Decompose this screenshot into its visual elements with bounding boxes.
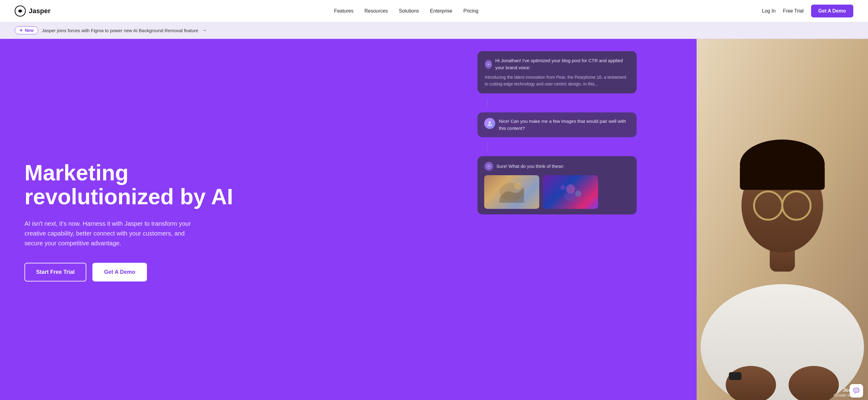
landscape-svg (498, 181, 526, 203)
logo-icon (15, 5, 26, 17)
chat-bubble-2-text: Nice! Can you make me a few images that … (499, 118, 630, 132)
jasper-ai-icon (485, 60, 492, 69)
svg-rect-6 (740, 165, 825, 190)
new-badge-label: New (25, 28, 34, 33)
chat-widget[interactable] (850, 384, 863, 398)
nav-enterprise[interactable]: Enterprise (430, 8, 452, 14)
svg-point-15 (489, 121, 491, 124)
chat-bubble-3: Sure! What do you think of these: (477, 156, 637, 215)
announcement-bar[interactable]: ✦ New Jasper joins forces with Figma to … (0, 22, 868, 39)
chat-bubble-3-text: Sure! What do you think of these: (496, 163, 564, 170)
logo[interactable]: Jasper (15, 5, 51, 17)
login-link[interactable]: Log In (762, 8, 776, 14)
generated-image-2 (543, 175, 598, 209)
chat-bubble-1-text: Hi Jonathan! I've optimized your blog po… (495, 57, 629, 71)
hero-buttons: Start Free Trial Get A Demo (25, 263, 463, 282)
chat-bubble-2: Nice! Can you make me a few images that … (477, 112, 637, 137)
jasper-icon-svg-2 (486, 164, 491, 169)
nav-resources[interactable]: Resources (365, 8, 388, 14)
connector-line-2 (487, 142, 488, 151)
chat-image-row (484, 175, 630, 209)
nav-actions: Log In Free Trial Get A Demo (762, 5, 853, 18)
get-demo-hero-button[interactable]: Get A Demo (92, 263, 147, 282)
svg-point-22 (564, 192, 577, 201)
hero-right: Jonath... Growth Marketer (477, 39, 868, 400)
generated-image-1 (484, 175, 539, 209)
chat-container: Hi Jonathan! I've optimized your blog po… (477, 51, 637, 215)
chat-widget-icon (853, 388, 860, 394)
nav-links: Features Resources Solutions Enterprise … (334, 8, 478, 14)
chat-bubble-3-header: Sure! What do you think of these: (484, 162, 630, 171)
neon-svg (557, 181, 584, 203)
svg-rect-13 (854, 388, 859, 392)
nav-features[interactable]: Features (334, 8, 353, 14)
chat-bubble-1-body: Introducing the latest innovation from P… (485, 74, 629, 87)
hero-subtitle: AI isn't next, it's now. Harness it with… (25, 219, 196, 248)
start-free-trial-button[interactable]: Start Free Trial (25, 263, 86, 282)
generated-image-2-bg (543, 175, 598, 209)
svg-point-23 (560, 185, 565, 190)
freetrial-link[interactable]: Free Trial (783, 8, 804, 14)
new-badge: ✦ New (15, 26, 38, 34)
navbar: Jasper Features Resources Solutions Ente… (0, 0, 868, 22)
connector-line (487, 98, 488, 108)
person-photo: Jonath... Growth Marketer (696, 39, 868, 400)
hero-left: Marketing revolutionized by AI AI isn't … (0, 39, 477, 400)
chat-bubble-1-header: Hi Jonathan! I've optimized your blog po… (485, 57, 629, 71)
get-demo-button[interactable]: Get A Demo (811, 5, 853, 18)
svg-point-19 (514, 182, 522, 190)
avatar-icon (487, 120, 493, 126)
svg-rect-12 (729, 372, 741, 380)
generated-image-1-bg (484, 175, 539, 209)
person-svg (696, 39, 868, 400)
nav-pricing[interactable]: Pricing (463, 8, 478, 14)
hero-title: Marketing revolutionized by AI (25, 161, 463, 209)
jasper-icon-svg (486, 62, 491, 67)
jasper-ai-icon-2 (484, 162, 493, 171)
sparkle-icon: ✦ (19, 28, 23, 33)
logo-text: Jasper (29, 7, 51, 15)
nav-solutions[interactable]: Solutions (399, 8, 419, 14)
hero-section: Marketing revolutionized by AI AI isn't … (0, 39, 868, 400)
chat-bubble-1: Hi Jonathan! I've optimized your blog po… (477, 51, 637, 93)
announcement-arrow: → (202, 28, 207, 33)
svg-point-24 (575, 191, 581, 197)
announcement-text: Jasper joins forces with Figma to power … (42, 28, 198, 33)
user-avatar (484, 118, 495, 129)
